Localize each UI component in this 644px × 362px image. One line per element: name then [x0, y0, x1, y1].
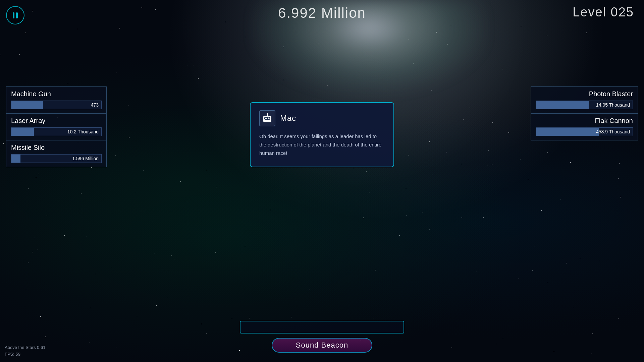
weapon-missile-silo-bar: 1.596 Million [11, 154, 102, 163]
weapon-laser-array-name: Laser Array [11, 117, 102, 125]
weapon-flak-cannon: Flak Cannon 458.9 Thousand [531, 113, 638, 140]
svg-point-2 [265, 118, 267, 119]
weapon-machine-gun: Machine Gun 473 [6, 86, 107, 113]
weapon-laser-array-bar: 10.2 Thousand [11, 127, 102, 136]
score-display: 6.992 Million [278, 5, 366, 21]
sound-beacon-button[interactable]: Sound Beacon [272, 338, 372, 353]
dialog-box: Mac Oh dear. It seems your failings as a… [250, 102, 394, 167]
weapon-photon-blaster-name: Photon Blaster [536, 90, 633, 98]
weapon-flak-cannon-bar: 458.9 Thousand [536, 127, 633, 136]
weapon-flak-cannon-value: 458.9 Thousand [536, 129, 633, 134]
weapon-photon-blaster-value: 14.05 Thousand [536, 102, 633, 108]
weapon-machine-gun-bar: 473 [11, 101, 102, 109]
pause-button[interactable] [6, 6, 24, 24]
sound-beacon-label: Sound Beacon [296, 341, 348, 350]
weapon-laser-array-value: 10.2 Thousand [11, 129, 101, 134]
svg-rect-4 [265, 121, 270, 121]
version-info: Above the Stars 0.61 FPS: 59 [5, 344, 45, 357]
dialog-avatar [259, 110, 275, 126]
weapon-missile-silo-name: Missile Silo [11, 144, 102, 152]
weapon-flak-cannon-name: Flak Cannon [536, 117, 633, 125]
weapon-photon-blaster-bar: 14.05 Thousand [536, 101, 633, 109]
weapon-missile-silo: Missile Silo 1.596 Million [6, 140, 107, 167]
level-display: Level 025 [573, 5, 634, 19]
dialog-header: Mac [259, 110, 385, 126]
svg-point-6 [267, 113, 268, 114]
bottom-input-bar[interactable] [240, 321, 404, 334]
svg-point-3 [268, 118, 270, 119]
fps-text: FPS: 59 [5, 351, 45, 358]
weapon-laser-array: Laser Array 10.2 Thousand [6, 113, 107, 140]
hud-overlay: 6.992 Million Level 025 Machine Gun 473 … [0, 0, 644, 362]
weapon-machine-gun-name: Machine Gun [11, 90, 102, 98]
weapon-machine-gun-value: 473 [11, 102, 101, 108]
weapon-missile-silo-value: 1.596 Million [11, 156, 101, 161]
weapon-photon-blaster: Photon Blaster 14.05 Thousand [531, 86, 638, 113]
dialog-speaker-name: Mac [280, 114, 296, 123]
dialog-message: Oh dear. It seems your failings as a lea… [259, 132, 385, 157]
left-weapon-panel: Machine Gun 473 Laser Array 10.2 Thousan… [6, 86, 107, 167]
mac-robot-icon [261, 112, 273, 124]
version-text: Above the Stars 0.61 [5, 344, 45, 351]
pause-icon [13, 12, 18, 18]
right-weapon-panel: Photon Blaster 14.05 Thousand Flak Canno… [531, 86, 638, 140]
